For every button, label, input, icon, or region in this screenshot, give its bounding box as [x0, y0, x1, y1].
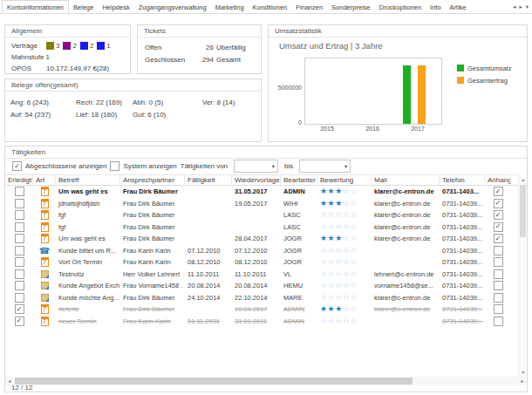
column-header-f-lligkeit[interactable]: Fälligkeit: [185, 175, 232, 186]
next-tabs-icon[interactable]: ▸: [519, 3, 522, 10]
horizontal-scroll-thumb[interactable]: [15, 378, 413, 385]
table-vertical-scrollbar[interactable]: ▴ ▾: [518, 175, 527, 377]
appointment-icon: 7: [41, 257, 49, 267]
ticket-stat-label-offen: Offen: [145, 44, 188, 51]
activity-row[interactable]: 7jdhafsijhdfjdshFrau Dirk Bäumer19.05.20…: [5, 198, 518, 210]
erledigt-checkbox[interactable]: [15, 246, 24, 255]
scroll-down-icon[interactable]: ▾: [519, 368, 528, 377]
vertical-scroll-thumb[interactable]: [520, 185, 526, 237]
anhang-cell: [485, 269, 511, 281]
activity-row[interactable]: ☎Kunde bittet um R...Frau Karin Karin07.…: [5, 245, 518, 257]
column-header-ansprechpartner[interactable]: Ansprechpartner: [120, 175, 185, 186]
erledigt-checkbox[interactable]: [15, 269, 24, 279]
activity-row[interactable]: 7Vort Ort TerminFrau Karin Karin08.12.20…: [5, 256, 518, 269]
erledigt-checkbox[interactable]: [15, 281, 24, 290]
bewertung-cell[interactable]: ★★★☆☆: [317, 303, 372, 316]
tab-artike[interactable]: Artike: [446, 1, 471, 13]
erledigt-checkbox[interactable]: [15, 293, 24, 303]
erledigt-cell: ✓: [5, 303, 33, 316]
table-horizontal-scrollbar[interactable]: ◂ ▸: [5, 377, 527, 385]
column-header-erledigt[interactable]: Erledigt: [5, 175, 33, 186]
column-header-anhang[interactable]: Anhang: [485, 175, 511, 186]
faelligkeit-cell: [185, 186, 232, 198]
activity-row[interactable]: Kunde Angebot ExchFrau Vorname1458 .20.0…: [5, 280, 518, 292]
activity-row[interactable]: 7Um was geht esFrau Dirk Bäumer31.05.201…: [5, 186, 518, 198]
bewertung-cell[interactable]: ★★★☆☆: [317, 198, 372, 210]
anhang-checkbox[interactable]: ✓: [494, 222, 503, 232]
appointment-icon: 7: [41, 210, 49, 220]
erledigt-checkbox[interactable]: [15, 234, 24, 243]
tab-sonderpreise[interactable]: Sonderpreise: [327, 1, 375, 13]
date-from-dropdown[interactable]: ▾: [234, 160, 278, 173]
bearbeiter-text: JOGR: [283, 235, 302, 242]
faelligkeit-text: 01.11.2031: [188, 317, 220, 325]
tab-zugangangsverwaltung[interactable]: Zugangangsverwaltung: [134, 1, 211, 13]
anhang-checkbox[interactable]: [494, 304, 503, 314]
bewertung-cell[interactable]: ☆☆☆☆☆: [317, 269, 372, 281]
erledigt-checkbox[interactable]: [15, 187, 24, 196]
erledigt-checkbox[interactable]: ✓: [15, 304, 24, 314]
column-header-bewertung[interactable]: Bewertung: [317, 175, 372, 186]
tab-list-icon[interactable]: ▾: [526, 3, 529, 10]
bewertung-cell[interactable]: ☆☆☆☆☆: [317, 256, 372, 269]
show-completed-checkbox[interactable]: ✓: [12, 161, 22, 171]
erledigt-checkbox[interactable]: [15, 199, 24, 208]
column-header-art[interactable]: Art: [33, 175, 56, 186]
scroll-right-icon[interactable]: ▸: [518, 377, 527, 385]
bewertung-cell[interactable]: ☆☆☆☆☆: [317, 245, 372, 257]
activity-row[interactable]: ✓7neuer TerminFrau Karin Karin01.11.2031…: [5, 316, 518, 328]
erledigt-checkbox[interactable]: ✓: [15, 317, 24, 326]
erledigt-checkbox[interactable]: [15, 222, 24, 232]
anhang-checkbox[interactable]: [494, 246, 503, 255]
faelligkeit-cell: [185, 198, 232, 210]
bewertung-cell[interactable]: ☆☆☆☆☆: [317, 280, 372, 292]
telefon-cell: 0731-14039...: [440, 292, 485, 304]
prev-tabs-icon[interactable]: ◂: [513, 3, 515, 10]
tab-konditionen[interactable]: Konditionen: [249, 1, 292, 13]
bewertung-cell[interactable]: ☆☆☆☆☆: [317, 292, 372, 304]
column-header-wiedervorlage[interactable]: Wiedervorlage: [232, 175, 281, 186]
activity-row[interactable]: 7fgfFrau Dirk BäumerLASC☆☆☆☆☆klarer@c-en…: [5, 221, 518, 234]
bewertung-cell[interactable]: ☆☆☆☆☆: [317, 316, 372, 328]
bewertung-cell[interactable]: ☆☆☆☆☆: [317, 209, 372, 221]
tab-marketing[interactable]: Marketing: [211, 1, 249, 13]
activity-row[interactable]: 7Um was geht esFrau Dirk Bäumer28.04.201…: [5, 233, 518, 245]
anhang-checkbox[interactable]: [494, 293, 503, 303]
bewertung-cell[interactable]: ★★★☆☆: [317, 233, 372, 245]
bewertung-cell[interactable]: ★★★☆☆: [317, 186, 372, 198]
anhang-checkbox[interactable]: [494, 257, 503, 267]
anhang-checkbox[interactable]: ✓: [494, 199, 503, 208]
scroll-up-icon[interactable]: ▴: [519, 175, 528, 184]
date-to-dropdown[interactable]: ▾: [299, 160, 351, 173]
anhang-checkbox[interactable]: [494, 317, 503, 326]
tab-helpdesk[interactable]: Helpdesk: [98, 1, 133, 13]
anhang-checkbox[interactable]: ✓: [494, 187, 503, 196]
belege-stat-rech: Rech: 22 (169): [76, 97, 133, 109]
activity-row[interactable]: 7fgfFrau Dirk BäumerLASC☆☆☆☆☆klarer@c-en…: [5, 209, 518, 221]
tab-info[interactable]: Info: [426, 1, 446, 13]
erledigt-checkbox[interactable]: [15, 210, 24, 220]
tab-druckoptionen[interactable]: Druckoptionen: [375, 1, 426, 13]
column-header-bearbeiter[interactable]: Bearbeiter: [281, 175, 317, 186]
anhang-checkbox[interactable]: ✓: [494, 210, 503, 220]
activity-row[interactable]: ✓7rteterteFrau Dirk Bäumer10.04.2017ADMI…: [5, 303, 518, 316]
y-tick-5000000: 5000000: [270, 85, 302, 91]
anhang-checkbox[interactable]: [494, 281, 503, 290]
activity-row[interactable]: Kunde möchte Ang...Frau Dirk Bäumer24.10…: [5, 292, 518, 304]
tab-belege[interactable]: Belege: [69, 1, 98, 13]
bewertung-cell[interactable]: ☆☆☆☆☆: [317, 221, 372, 234]
erledigt-checkbox[interactable]: [15, 257, 24, 267]
bearbeiter-cell: HEMU: [281, 280, 317, 292]
anhang-checkbox[interactable]: [494, 269, 503, 279]
tab-finanzen[interactable]: Finanzen: [291, 1, 327, 13]
show-system-checkbox[interactable]: [110, 161, 119, 171]
column-header-mail[interactable]: Mail: [372, 175, 440, 186]
column-header-telefon[interactable]: Telefon: [440, 175, 485, 186]
tab-kontoinformationen[interactable]: Kontoinformationen: [2, 0, 69, 13]
anhang-checkbox[interactable]: ✓: [494, 234, 503, 243]
telefon-text: 0731-14039...: [442, 270, 482, 278]
activity-row[interactable]: TestnotizHerr Volker Lehnert11.10.201111…: [5, 269, 518, 281]
telefon-text: 0731-14039...: [442, 294, 482, 302]
column-header-betreff[interactable]: Betreff: [56, 175, 120, 186]
ansprechpartner-cell: Frau Dirk Bäumer: [120, 186, 185, 198]
